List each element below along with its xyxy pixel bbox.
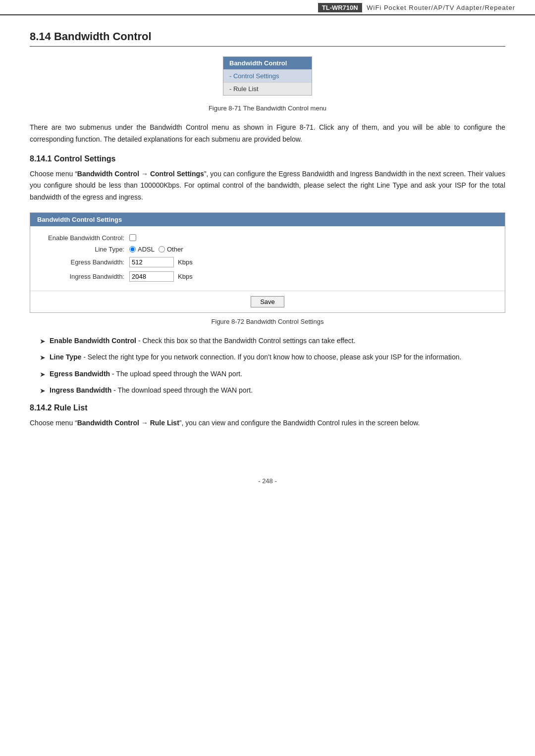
intro-paragraph: There are two submenus under the Bandwid…: [30, 122, 505, 146]
bullet-ingress-bandwidth: ➤ Ingress Bandwidth - The download speed…: [40, 385, 505, 396]
enable-bandwidth-row: Enable Bandwidth Control:: [40, 234, 495, 242]
menu-item-control-settings[interactable]: - Control Settings: [223, 69, 312, 82]
bullet-bold-1: Enable Bandwidth Control: [50, 337, 136, 345]
subsection2-description: Choose menu “Bandwidth Control → Rule Li…: [30, 417, 505, 429]
egress-bandwidth-unit: Kbps: [178, 258, 193, 266]
desc-arrow: →: [139, 170, 150, 178]
bandwidth-control-settings-box: Bandwidth Control Settings Enable Bandwi…: [30, 212, 505, 313]
bullet-egress-bandwidth: ➤ Egress Bandwidth - The upload speed th…: [40, 368, 505, 380]
desc2-bold2: Rule List: [150, 419, 179, 427]
desc-bold2: Control Settings: [150, 170, 204, 178]
settings-box-header: Bandwidth Control Settings: [30, 213, 505, 226]
page-header: TL-WR710N WiFi Pocket Router/AP/TV Adapt…: [0, 0, 535, 15]
figure72-caption: Figure 8-72 Bandwidth Control Settings: [30, 318, 505, 325]
bullet-arrow-2: ➤: [40, 352, 46, 363]
egress-bandwidth-value: Kbps: [129, 257, 193, 267]
enable-bandwidth-label: Enable Bandwidth Control:: [40, 234, 129, 242]
enable-bandwidth-value: [129, 234, 136, 241]
product-label: WiFi Pocket Router/AP/TV Adapter/Repeate…: [367, 4, 515, 11]
desc2-bold1: Bandwidth Control: [77, 419, 139, 427]
bandwidth-control-menu: Bandwidth Control - Control Settings - R…: [223, 56, 312, 96]
feature-bullet-list: ➤ Enable Bandwidth Control - Check this …: [40, 335, 505, 397]
desc2-post: ”, you can view and configure the Bandwi…: [179, 419, 420, 427]
line-type-adsl-label[interactable]: ADSL: [129, 246, 155, 253]
model-label: TL-WR710N: [318, 3, 362, 12]
egress-bandwidth-row: Egress Bandwidth: Kbps: [40, 257, 495, 267]
egress-bandwidth-input[interactable]: [129, 257, 174, 267]
line-type-row: Line Type: ADSL Other: [40, 246, 495, 253]
bullet-arrow-4: ➤: [40, 385, 46, 396]
desc2-pre: Choose menu “: [30, 419, 77, 427]
bullet-line-type: ➤ Line Type - Select the right type for …: [40, 352, 505, 363]
bullet-bold-2: Line Type: [50, 353, 81, 361]
menu-header: Bandwidth Control: [223, 57, 312, 69]
line-type-value: ADSL Other: [129, 246, 183, 253]
menu-item-rule-list[interactable]: - Rule List: [223, 82, 312, 95]
figure71-caption: Figure 8-71 The Bandwidth Control menu: [30, 104, 505, 112]
line-type-other-radio[interactable]: [159, 246, 165, 252]
ingress-bandwidth-value: Kbps: [129, 271, 193, 282]
bullet-text-3: Egress Bandwidth - The upload speed thro…: [50, 368, 242, 379]
ingress-bandwidth-unit: Kbps: [178, 273, 193, 280]
line-type-adsl-radio[interactable]: [129, 246, 136, 252]
main-content: 8.14 Bandwidth Control Bandwidth Control…: [0, 15, 535, 457]
section-title: 8.14 Bandwidth Control: [30, 30, 505, 47]
bullet-arrow-1: ➤: [40, 336, 46, 347]
bullet-text-2: Line Type - Select the right type for yo…: [50, 352, 461, 362]
ingress-bandwidth-row: Ingress Bandwidth: Kbps: [40, 271, 495, 282]
page-footer: - 248 -: [0, 477, 535, 495]
subsection1-description: Choose menu “Bandwidth Control → Control…: [30, 168, 505, 203]
ingress-bandwidth-input[interactable]: [129, 271, 174, 282]
egress-bandwidth-label: Egress Bandwidth:: [40, 258, 129, 266]
settings-body: Enable Bandwidth Control: Line Type: ADS…: [30, 226, 505, 291]
settings-footer: Save: [30, 291, 505, 312]
save-button[interactable]: Save: [251, 296, 284, 307]
bullet-bold-3: Egress Bandwidth: [50, 370, 110, 378]
subsection2-title: 8.14.2 Rule List: [30, 403, 505, 412]
ingress-bandwidth-label: Ingress Bandwidth:: [40, 273, 129, 280]
line-type-label: Line Type:: [40, 246, 129, 253]
desc-bold1: Bandwidth Control: [77, 170, 139, 178]
bullet-enable-bandwidth: ➤ Enable Bandwidth Control - Check this …: [40, 335, 505, 347]
bullet-bold-4: Ingress Bandwidth: [50, 386, 111, 394]
page-number: - 248 -: [258, 477, 277, 485]
desc-pre: Choose menu “: [30, 170, 77, 178]
bullet-arrow-3: ➤: [40, 369, 46, 380]
bullet-text-1: Enable Bandwidth Control - Check this bo…: [50, 335, 356, 346]
line-type-other-label[interactable]: Other: [159, 246, 183, 253]
enable-bandwidth-checkbox[interactable]: [129, 234, 136, 241]
menu-figure: Bandwidth Control - Control Settings - R…: [30, 56, 505, 101]
bullet-text-4: Ingress Bandwidth - The download speed t…: [50, 385, 253, 396]
subsection1-title: 8.14.1 Control Settings: [30, 154, 505, 163]
desc2-arrow: →: [139, 419, 150, 427]
